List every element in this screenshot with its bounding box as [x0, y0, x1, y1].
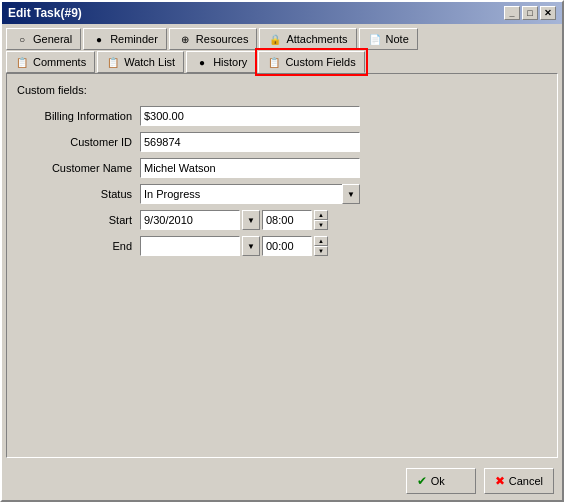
- billing-label: Billing Information: [17, 110, 132, 122]
- customername-row: Customer Name: [17, 158, 547, 178]
- tab-watchlist[interactable]: 📋 Watch List: [97, 51, 184, 73]
- tab-attachments[interactable]: 🔒 Attachments: [259, 28, 356, 50]
- end-time-up-button[interactable]: ▲: [314, 236, 328, 246]
- tab-attachments-label: Attachments: [286, 33, 347, 45]
- tab-reminder-label: Reminder: [110, 33, 158, 45]
- watchlist-icon: 📋: [106, 55, 120, 69]
- note-icon: 📄: [368, 32, 382, 46]
- cancel-icon: ✖: [495, 474, 505, 488]
- panel-title: Custom fields:: [17, 84, 547, 96]
- status-label: Status: [17, 188, 132, 200]
- start-date-input[interactable]: [140, 210, 240, 230]
- start-label: Start: [17, 214, 132, 226]
- tab-history-label: History: [213, 56, 247, 68]
- end-date-wrapper: ▼ ▲ ▼: [140, 236, 328, 256]
- reminder-icon: ●: [92, 32, 106, 46]
- start-row: Start ▼ ▲ ▼: [17, 210, 547, 230]
- maximize-button[interactable]: □: [522, 6, 538, 20]
- tab-customfields[interactable]: 📋 Custom Fields: [258, 51, 364, 73]
- minimize-button[interactable]: _: [504, 6, 520, 20]
- tab-comments[interactable]: 📋 Comments: [6, 51, 95, 73]
- title-bar: Edit Task(#9) _ □ ✕: [2, 2, 562, 24]
- start-date-button[interactable]: ▼: [242, 210, 260, 230]
- main-window: Edit Task(#9) _ □ ✕ ○ General ● Reminder…: [0, 0, 564, 502]
- window-title: Edit Task(#9): [8, 6, 82, 20]
- tab-customfields-label: Custom Fields: [285, 56, 355, 68]
- end-time-spin: ▲ ▼: [314, 236, 328, 256]
- attachments-icon: 🔒: [268, 32, 282, 46]
- billing-row: Billing Information: [17, 106, 547, 126]
- start-time-down-button[interactable]: ▼: [314, 220, 328, 230]
- ok-button[interactable]: ✔ Ok: [406, 468, 476, 494]
- status-select[interactable]: In Progress Pending Completed: [140, 184, 360, 204]
- tab-watchlist-label: Watch List: [124, 56, 175, 68]
- tabs-row2: 📋 Comments 📋 Watch List ● History 📋 Cust…: [6, 51, 558, 73]
- customername-label: Customer Name: [17, 162, 132, 174]
- customerid-row: Customer ID: [17, 132, 547, 152]
- tab-panel: Custom fields: Billing Information Custo…: [6, 73, 558, 458]
- start-time-up-button[interactable]: ▲: [314, 210, 328, 220]
- content-area: ○ General ● Reminder ⊕ Resources 🔒 Attac…: [2, 24, 562, 462]
- cancel-label: Cancel: [509, 475, 543, 487]
- billing-input[interactable]: [140, 106, 360, 126]
- tab-general[interactable]: ○ General: [6, 28, 81, 50]
- tab-history[interactable]: ● History: [186, 51, 256, 73]
- resources-icon: ⊕: [178, 32, 192, 46]
- customerid-input[interactable]: [140, 132, 360, 152]
- comments-icon: 📋: [15, 55, 29, 69]
- tab-resources[interactable]: ⊕ Resources: [169, 28, 258, 50]
- bottom-bar: ✔ Ok ✖ Cancel: [2, 462, 562, 500]
- tab-note-label: Note: [386, 33, 409, 45]
- status-row: Status In Progress Pending Completed ▼: [17, 184, 547, 204]
- end-row: End ▼ ▲ ▼: [17, 236, 547, 256]
- tab-comments-label: Comments: [33, 56, 86, 68]
- tab-general-label: General: [33, 33, 72, 45]
- fields-container: Billing Information Customer ID Customer…: [17, 106, 547, 256]
- start-time-spin: ▲ ▼: [314, 210, 328, 230]
- tab-resources-label: Resources: [196, 33, 249, 45]
- customername-input[interactable]: [140, 158, 360, 178]
- start-time-input[interactable]: [262, 210, 312, 230]
- cancel-button[interactable]: ✖ Cancel: [484, 468, 554, 494]
- history-icon: ●: [195, 55, 209, 69]
- ok-label: Ok: [431, 475, 445, 487]
- tabs-row1: ○ General ● Reminder ⊕ Resources 🔒 Attac…: [6, 28, 558, 50]
- title-bar-buttons: _ □ ✕: [504, 6, 556, 20]
- start-date-wrapper: ▼ ▲ ▼: [140, 210, 328, 230]
- end-date-button[interactable]: ▼: [242, 236, 260, 256]
- end-time-down-button[interactable]: ▼: [314, 246, 328, 256]
- general-icon: ○: [15, 32, 29, 46]
- end-label: End: [17, 240, 132, 252]
- close-button[interactable]: ✕: [540, 6, 556, 20]
- tab-reminder[interactable]: ● Reminder: [83, 28, 167, 50]
- tab-note[interactable]: 📄 Note: [359, 28, 418, 50]
- end-date-input[interactable]: [140, 236, 240, 256]
- customfields-icon: 📋: [267, 55, 281, 69]
- customerid-label: Customer ID: [17, 136, 132, 148]
- end-time-input[interactable]: [262, 236, 312, 256]
- ok-icon: ✔: [417, 474, 427, 488]
- status-select-wrapper: In Progress Pending Completed ▼: [140, 184, 360, 204]
